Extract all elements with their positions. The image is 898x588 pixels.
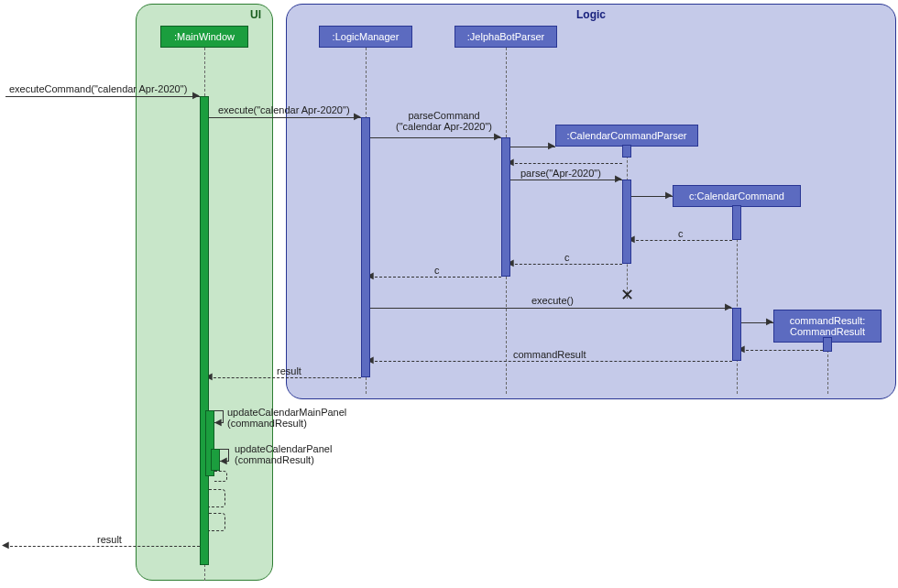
activation-jelphabot-parser (501, 137, 510, 277)
msg-parsecommand (370, 137, 501, 138)
participant-calendar-command-parser: :CalendarCommandParser (555, 125, 698, 147)
msg-execute-label: execute("calendar Apr-2020") (218, 104, 350, 115)
activation-calendar-command-parser-2 (622, 180, 631, 264)
msg-execute-call (370, 308, 732, 309)
msg-parse-label: parse("Apr-2020") (520, 168, 601, 179)
participant-label: c:CalendarCommand (689, 191, 784, 201)
participant-calendar-command: c:CalendarCommand (673, 185, 801, 207)
msg-execute (209, 117, 361, 118)
msg-return-c2-label: c (564, 252, 570, 263)
msg-commandresult-label: commandResult (513, 349, 586, 360)
frame-logic-label: Logic (576, 8, 606, 21)
destroy-calendar-command-parser: ✕ (620, 285, 634, 305)
msg-update-main-panel-label: updateCalendarMainPanel (commandResult) (227, 407, 346, 429)
participant-label: :JelphaBotParser (467, 31, 544, 42)
arrow-create-command: ▶ (665, 191, 673, 199)
activation-command-result (823, 337, 832, 352)
loop-return-2 (209, 489, 225, 507)
participant-label: :CalendarCommandParser (567, 130, 687, 141)
activation-main-window-3 (211, 449, 220, 471)
arrow-create-parser: ▶ (548, 142, 555, 149)
arrow-update-main-panel: ◀ (214, 419, 222, 426)
participant-label: commandResult: CommandResult (790, 315, 866, 337)
msg-commandresult-return (370, 361, 732, 362)
arrow-parse: ▶ (615, 175, 622, 182)
msg-return-c3 (370, 277, 501, 278)
msg-parse (510, 180, 622, 180)
msg-result-label: result (277, 365, 301, 376)
activation-calendar-command-2 (732, 308, 741, 361)
frame-ui-label: UI (250, 8, 261, 21)
participant-label: :MainWindow (174, 31, 235, 42)
msg-executecommand-label: executeCommand("calendar Apr-2020") (9, 83, 187, 94)
msg-return-c1-label: c (678, 228, 684, 239)
participant-logic-manager: :LogicManager (319, 26, 412, 48)
arrow-result-out: ◀ (2, 541, 9, 549)
msg-execute-call-label: execute() (531, 295, 574, 306)
activation-main-window (200, 96, 209, 565)
loop-return-3 (209, 513, 225, 531)
msg-create-result-return (741, 350, 823, 351)
participant-label: :LogicManager (333, 31, 400, 42)
msg-update-panel-label: updateCalendarPanel (commandResult) (235, 443, 332, 465)
arrow-create-result: ▶ (766, 318, 773, 325)
participant-jelphabot-parser: :JelphaBotParser (454, 26, 557, 48)
msg-result-out-label: result (97, 534, 122, 545)
msg-return-c1 (631, 240, 732, 241)
arrow-update-panel: ◀ (220, 457, 227, 464)
msg-return-c2 (510, 264, 622, 265)
activation-logic-manager (361, 117, 370, 377)
arrow-execute-call: ▶ (725, 303, 732, 310)
msg-executecommand (5, 96, 200, 97)
loop-return-1 (214, 471, 227, 482)
arrow-executecommand: ▶ (192, 92, 200, 99)
participant-main-window: :MainWindow (160, 26, 248, 48)
arrow-execute: ▶ (354, 113, 361, 120)
msg-parsecommand-label: parseCommand ("calendar Apr-2020") (396, 110, 492, 132)
msg-result-return (209, 377, 361, 378)
msg-return-c3-label: c (434, 265, 440, 276)
activation-calendar-command-parser-1 (622, 145, 631, 158)
arrow-parsecommand: ▶ (494, 133, 501, 140)
msg-result-out (5, 546, 200, 547)
msg-create-parser-return (510, 163, 622, 164)
activation-calendar-command-1 (732, 205, 741, 240)
